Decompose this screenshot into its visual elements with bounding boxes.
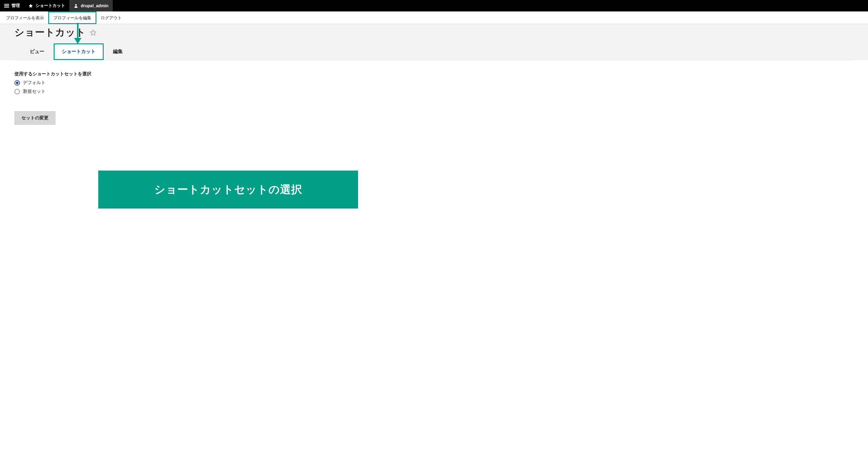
tab-edit[interactable]: 編集: [105, 43, 131, 60]
admin-toolbar: 管理 ショートカット drupal_admin: [0, 0, 868, 11]
svg-rect-0: [4, 4, 9, 4]
primary-tabs: ビュー ショートカット 編集: [14, 43, 854, 60]
toolbar-user-label: drupal_admin: [81, 3, 108, 8]
radio-input-default[interactable]: [14, 80, 20, 86]
user-subnav: プロフィールを表示 プロフィールを編集 ログアウト: [0, 11, 868, 24]
toolbar-manage[interactable]: 管理: [0, 0, 24, 11]
radio-label-new-set: 新規セット: [23, 89, 45, 94]
svg-rect-1: [4, 5, 9, 6]
shortcut-set-field-label: 使用するショートカットセットを選択: [14, 71, 854, 77]
star-outline-icon[interactable]: [90, 29, 97, 36]
toolbar-shortcuts[interactable]: ショートカット: [24, 0, 69, 11]
svg-rect-2: [4, 7, 9, 7]
hamburger-icon: [4, 3, 9, 8]
radio-label-default: デフォルト: [23, 80, 45, 86]
subnav-view-profile[interactable]: プロフィールを表示: [2, 11, 48, 24]
svg-point-3: [75, 4, 76, 6]
radio-option-new-set[interactable]: 新規セット: [14, 89, 854, 94]
radio-input-new-set[interactable]: [14, 89, 20, 94]
change-set-button[interactable]: セットの変更: [14, 111, 56, 125]
page-header: ショートカット ビュー ショートカット 編集: [0, 24, 868, 60]
tab-view[interactable]: ビュー: [22, 43, 53, 60]
star-icon: [28, 3, 33, 8]
subnav-edit-profile[interactable]: プロフィールを編集: [48, 11, 96, 24]
annotation-callout: ショートカットセットの選択: [98, 170, 358, 208]
page-title: ショートカット: [14, 26, 86, 39]
form-body: 使用するショートカットセットを選択 デフォルト 新規セット セットの変更: [0, 60, 868, 136]
subnav-logout[interactable]: ログアウト: [96, 11, 126, 24]
toolbar-manage-label: 管理: [11, 3, 20, 8]
tab-shortcuts[interactable]: ショートカット: [54, 43, 104, 60]
radio-option-default[interactable]: デフォルト: [14, 80, 854, 86]
toolbar-shortcuts-label: ショートカット: [36, 3, 65, 8]
user-icon: [73, 3, 79, 8]
toolbar-user[interactable]: drupal_admin: [69, 0, 113, 11]
